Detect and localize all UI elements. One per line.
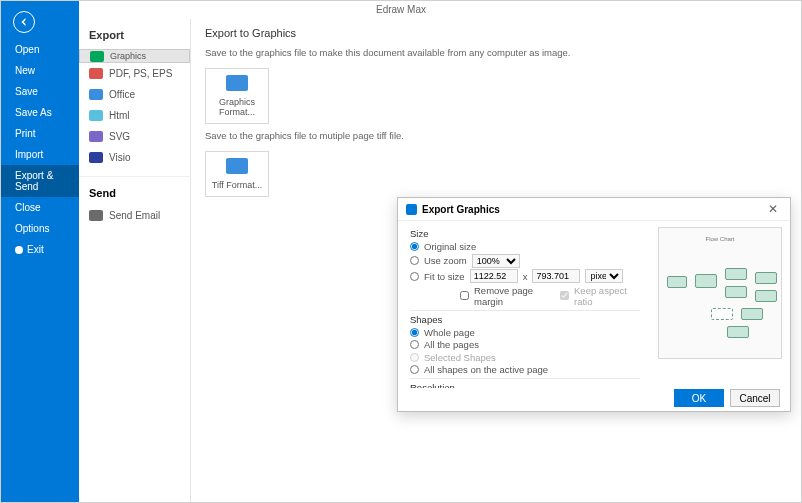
nav-print[interactable]: Print [1,123,79,144]
shapes-heading: Shapes [410,314,640,325]
label-keep-aspect: Keep aspect ratio [574,285,640,307]
nav-close[interactable]: Close [1,197,79,218]
category-visio[interactable]: Visio [79,147,190,168]
dialog-icon [406,204,417,215]
ok-button[interactable]: OK [674,389,724,407]
category-label: Send Email [109,210,160,221]
label-fit: Fit to size [424,271,465,282]
send-heading: Send [79,176,190,205]
label-remove-margin: Remove page margin [474,285,555,307]
label-active: All shapes on the active page [424,364,548,375]
x-label: x [523,271,528,282]
graphics-format-card[interactable]: Graphics Format... [205,68,269,124]
category-label: PDF, PS, EPS [109,68,172,79]
category-label: SVG [109,131,130,142]
remove-margin-checkbox[interactable] [460,291,469,300]
category-office[interactable]: Office [79,84,190,105]
nav-save[interactable]: Save [1,81,79,102]
dialog-preview: Flow Chart [650,221,790,388]
nav-options[interactable]: Options [1,218,79,239]
exit-icon [15,246,23,254]
graphics-desc: Save to the graphics file to make this d… [205,47,787,58]
card-label: Tiff Format... [212,180,263,190]
dialog-title: Export Graphics [422,204,759,215]
category-label: Html [109,110,130,121]
nav-exit-label: Exit [27,244,44,255]
radio-all-pages[interactable] [410,340,419,349]
tiff-desc: Save to the graphics file to mutiple pag… [205,130,787,141]
nav-exit[interactable]: Exit [1,239,79,260]
preview-title: Flow Chart [659,236,781,242]
graphics-icon [90,51,104,62]
graphics-format-icon [226,75,248,91]
category-svg[interactable]: SVG [79,126,190,147]
office-icon [89,89,103,100]
export-heading: Export [79,27,190,49]
category-label: Visio [109,152,131,163]
window-title: Edraw Max [1,1,801,19]
nav-import[interactable]: Import [1,144,79,165]
radio-original-size[interactable] [410,242,419,251]
radio-selected-shapes [410,353,419,362]
back-button[interactable] [13,11,35,33]
cancel-button[interactable]: Cancel [730,389,780,407]
label-original: Original size [424,241,476,252]
export-graphics-dialog: Export Graphics ✕ Size Original size Use… [397,197,791,412]
category-graphics[interactable]: Graphics [79,49,190,63]
label-selected: Selected Shapes [424,352,496,363]
preview-box: Flow Chart [658,227,782,359]
tiff-format-card[interactable]: Tiff Format... [205,151,269,197]
nav-export-send[interactable]: Export & Send [1,165,79,197]
panel-title: Export to Graphics [205,27,787,39]
arrow-left-icon [18,16,30,28]
svg-icon [89,131,103,142]
keep-aspect-checkbox [560,291,569,300]
nav-open[interactable]: Open [1,39,79,60]
backstage-sidebar: Open New Save Save As Print Import Expor… [1,1,79,502]
category-label: Office [109,89,135,100]
zoom-select[interactable]: 100% [472,254,520,268]
html-icon [89,110,103,121]
visio-icon [89,152,103,163]
nav-save-as[interactable]: Save As [1,102,79,123]
export-category-panel: Export Graphics PDF, PS, EPS Office Html… [79,19,191,502]
dialog-footer: OK Cancel [398,385,790,411]
radio-fit-size[interactable] [410,272,419,281]
dialog-options: Size Original size Use zoom 100% Fit to … [398,221,650,388]
tiff-format-icon [226,158,248,174]
fit-unit-select[interactable]: pixel [585,269,623,283]
label-use-zoom: Use zoom [424,255,467,266]
pdf-icon [89,68,103,79]
label-all: All the pages [424,339,479,350]
category-label: Graphics [110,51,146,61]
radio-whole-page[interactable] [410,328,419,337]
label-whole: Whole page [424,327,475,338]
send-email[interactable]: Send Email [79,205,190,226]
category-pdf[interactable]: PDF, PS, EPS [79,63,190,84]
category-html[interactable]: Html [79,105,190,126]
card-label: Graphics Format... [219,97,255,117]
mail-icon [89,210,103,221]
radio-active-page[interactable] [410,365,419,374]
radio-use-zoom[interactable] [410,256,419,265]
fit-width-input[interactable] [470,269,518,283]
fit-height-input[interactable] [532,269,580,283]
dialog-close-button[interactable]: ✕ [764,202,782,216]
dialog-titlebar: Export Graphics ✕ [398,198,790,221]
size-heading: Size [410,228,640,239]
nav-new[interactable]: New [1,60,79,81]
